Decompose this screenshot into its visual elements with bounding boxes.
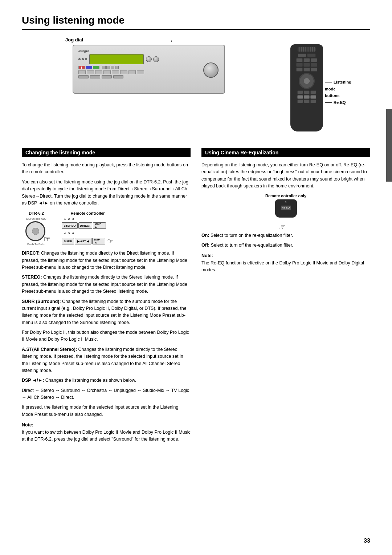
rc-direct-btn: DIRECT bbox=[78, 222, 92, 229]
dtr-finger-icon: ☞ bbox=[44, 235, 51, 244]
page-number: 33 bbox=[364, 538, 370, 544]
direct-text: Changes the listening mode directly to t… bbox=[22, 251, 187, 270]
dsp-text: Changes the listening mode as shown belo… bbox=[45, 378, 136, 383]
main-content: Changing the listening mode To change th… bbox=[22, 148, 370, 446]
reeq-finger-icon: ☞ bbox=[278, 222, 286, 232]
changing-listening-mode-header: Changing the listening mode bbox=[22, 148, 191, 157]
dtr-wheel-container: ☞ bbox=[25, 221, 47, 241]
dtr-wheel-inner bbox=[32, 228, 39, 235]
dsp-text2: If pressed, the listening mode for the s… bbox=[22, 404, 191, 418]
rc-diagram: 1 2 3 STEREO DIRECT DSP ► 4 5 6 SURR bbox=[62, 217, 114, 246]
surr-text2: For Dolby Pro Logic II, this button also… bbox=[22, 329, 191, 343]
mode-descriptions: DIRECT: Changes the listening mode direc… bbox=[22, 250, 191, 418]
dtr-sublabel: DSP/Mode ADJ bbox=[26, 217, 46, 220]
dtr-control-group: DTR-6.2 DSP/Mode ADJ ☞ Push To Enter bbox=[22, 211, 51, 243]
device-diagram: Jog dial Integra bbox=[22, 37, 276, 137]
buttons-label: buttons bbox=[325, 92, 351, 99]
mode-label: mode bbox=[325, 86, 351, 93]
page-title: Using listening mode bbox=[22, 15, 370, 30]
rc-btn-row2: SURR ▶ AST ◀ DSP ◄ ☞ bbox=[62, 237, 114, 246]
reeq-button: Re-EQ bbox=[281, 206, 291, 210]
left-para1: To change the listening mode during play… bbox=[22, 162, 191, 207]
rc-finger-icon: ☞ bbox=[107, 237, 114, 246]
off-term: Off: bbox=[201, 243, 209, 248]
rc-stereo-btn: STEREO bbox=[62, 222, 78, 229]
right-note-label: Note: bbox=[201, 253, 213, 258]
ast-term: A.ST(All Channel Stereo): bbox=[22, 347, 77, 352]
reeq-num-label: 9 bbox=[275, 199, 297, 203]
remote-grille bbox=[298, 47, 316, 52]
rc-dsp-left-btn: DSP ◄ bbox=[92, 238, 105, 244]
off-text: Select to turn off the re-equalization f… bbox=[211, 243, 293, 248]
jog-dial-label: Jog dial bbox=[65, 37, 83, 42]
side-bar bbox=[386, 109, 392, 182]
left-note-label: Note: bbox=[22, 422, 33, 428]
right-note: Note: The Re-EQ function is effective on… bbox=[201, 252, 370, 274]
dsp-chain: Direct ↔ Stereo ↔ Surround ↔ Orchestra ↔… bbox=[22, 387, 191, 401]
stereo-text: Changes the listening mode directly to t… bbox=[22, 275, 187, 294]
rc-nums-1: 1 2 3 bbox=[62, 217, 76, 220]
left-note: Note: If you want to switch between Dolb… bbox=[22, 422, 191, 443]
dtr-label: DTR-6.2 bbox=[29, 211, 44, 215]
remote-labels-group: Listening mode buttons Re-EQ bbox=[325, 79, 351, 106]
cinema-reeq-header: Using Cinema Re-Equalization bbox=[201, 148, 370, 157]
right-para1: Depending on the listening mode, you can… bbox=[201, 162, 370, 190]
surr-term: SURR (Surround): bbox=[22, 299, 61, 304]
remote-body bbox=[290, 44, 323, 131]
direct-term: DIRECT: bbox=[22, 251, 40, 256]
left-note-text: If you want to switch between Dolby Pro … bbox=[22, 430, 191, 442]
rc-ast-btn: ▶ AST ◀ bbox=[75, 238, 91, 244]
reeq-btn-text: Re-EQ bbox=[282, 206, 290, 209]
dtr-diagram: DSP/Mode ADJ ☞ Push To Enter bbox=[22, 217, 51, 243]
right-column: Using Cinema Re-Equalization Depending o… bbox=[201, 148, 370, 446]
rc-surr-btn: SURR bbox=[62, 238, 74, 244]
rc-label: Remote controller bbox=[70, 211, 105, 215]
reeq-section: Remote cotroller only 9 Re-EQ ☞ bbox=[201, 194, 370, 228]
rc-btn-row1: STEREO DIRECT DSP ► bbox=[62, 222, 114, 229]
remote-control-group: Remote controller 1 2 3 STEREO DIRECT DS… bbox=[62, 211, 114, 246]
right-note-text: The Re-EQ function is effective on the D… bbox=[201, 260, 364, 272]
right-descriptions: On: Select to turn on the re-equalizatio… bbox=[201, 232, 370, 249]
remote-only-label: Remote cotroller only bbox=[265, 194, 306, 198]
reeq-remote-diagram: 9 Re-EQ ☞ bbox=[268, 199, 304, 228]
rc-nums-2: 4 5 6 bbox=[62, 232, 76, 235]
dtr-push-label: Push To Enter bbox=[27, 243, 45, 246]
device-brand-label: Integra bbox=[78, 49, 219, 53]
remote-wheel bbox=[299, 73, 315, 89]
device-image: Integra bbox=[73, 45, 225, 96]
page: Using listening mode Jog dial Integra bbox=[0, 0, 392, 555]
dsp-term: DSP ◄/►: bbox=[22, 378, 44, 383]
controls-row: DTR-6.2 DSP/Mode ADJ ☞ Push To Enter bbox=[22, 211, 191, 246]
stereo-term: STEREO: bbox=[22, 275, 42, 280]
left-column: Changing the listening mode To change th… bbox=[22, 148, 191, 446]
listening-label: Listening bbox=[325, 79, 351, 86]
reeq-label: Re-EQ bbox=[325, 99, 351, 106]
on-text: Select to turn on the re-equalization fi… bbox=[211, 233, 293, 238]
on-term: On: bbox=[201, 233, 209, 238]
rc-dsp-right-btn: DSP ► bbox=[93, 222, 106, 229]
rc-num-row1: 1 2 3 bbox=[62, 217, 114, 220]
dtr-wheel bbox=[25, 221, 45, 241]
reeq-remote-body: 9 Re-EQ bbox=[275, 199, 297, 218]
remote-diagram: Listening mode buttons Re-EQ bbox=[287, 44, 370, 137]
rc-num-row2: 4 5 6 bbox=[62, 232, 114, 235]
top-section: Jog dial Integra bbox=[22, 37, 370, 137]
